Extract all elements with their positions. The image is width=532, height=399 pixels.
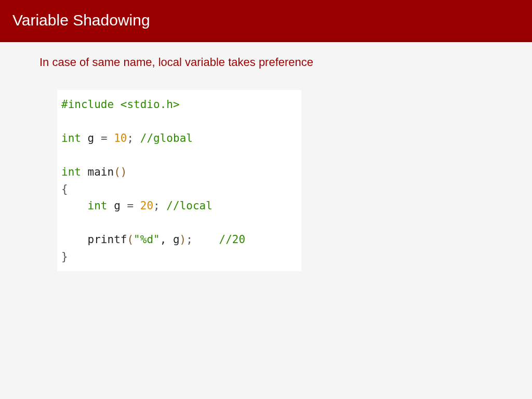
code-token: //local [160,200,212,212]
slide-subtitle: In case of same name, local variable tak… [39,56,532,69]
code-token: ) [180,233,187,246]
code-token: //20 [219,233,246,246]
code-token: int [61,166,81,178]
code-token [193,233,219,246]
code-token: main [81,166,114,178]
code-token: //global [134,132,193,144]
code-token: ( [127,233,134,246]
code-token: g [81,132,101,144]
code-token [61,200,88,212]
code-token: ; [127,132,134,144]
slide-header: Variable Shadowing [0,0,532,42]
code-token: printf [88,233,127,246]
code-token: <stdio.h> [114,98,179,111]
code-token: #include [61,98,114,111]
code-token: { [61,183,68,195]
code-token: } [61,250,68,263]
code-token: int [61,132,81,144]
code-token: ; [153,200,160,212]
slide-title: Variable Shadowing [12,11,520,29]
code-token: , g [160,233,180,246]
code-token: g [108,200,127,212]
code-token: = [127,200,140,212]
code-token: 10 [114,132,127,144]
code-token: () [114,166,127,178]
code-token: ; [186,233,193,246]
code-block: #include <stdio.h> int g = 10; //global … [57,90,301,271]
code-token: = [101,132,114,144]
code-token: "%d" [134,233,160,246]
code-token [61,233,88,246]
code-token: 20 [140,200,153,212]
code-token: int [88,200,108,212]
